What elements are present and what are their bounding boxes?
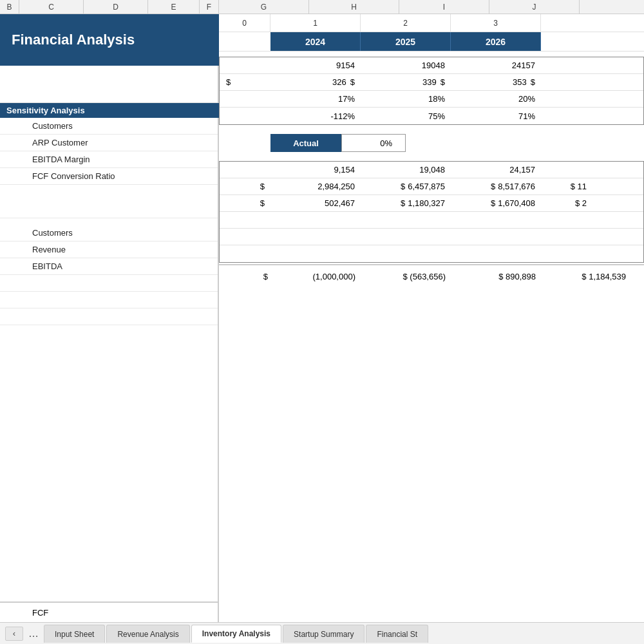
year-num-3: 3 xyxy=(451,14,541,32)
data-revenue-row: $ 2,984,250 $ 6,457,875 $ 8,517,676 xyxy=(220,178,643,195)
fcf-col0-val: (1,000,000) xyxy=(270,272,361,281)
data-customers-2024: 9,154 xyxy=(271,162,361,178)
col-header-i: I xyxy=(399,0,489,14)
tab-startup-summary[interactable]: Startup Summary xyxy=(283,625,365,643)
fcf-2026: $ 1,184,539 xyxy=(541,272,631,281)
data-empty-1 xyxy=(220,212,643,229)
fcf-left-label: FCF xyxy=(0,601,219,622)
tab-more-button[interactable]: … xyxy=(24,627,43,641)
sens-arp-2026: 353 $ xyxy=(451,74,542,90)
right-panel: 0 1 2 3 2024 2025 xyxy=(219,14,644,622)
data-revenue-2026: $ 8,517,676 xyxy=(451,178,542,194)
tab-financial-st[interactable]: Financial St xyxy=(366,625,428,643)
col-header-d: D xyxy=(84,0,148,14)
col-header-b: B xyxy=(0,0,19,14)
year-label-2024: 2024 xyxy=(270,32,361,51)
tab-input-sheet[interactable]: Input Sheet xyxy=(44,625,105,643)
sens-fcf-2025: 75% xyxy=(361,108,451,124)
tab-prev-button[interactable]: ‹ xyxy=(5,627,23,641)
tab-revenue-analysis[interactable]: Revenue Analysis xyxy=(106,625,189,643)
data-empty-2 xyxy=(220,229,643,245)
sens-ebitda-2025: 18% xyxy=(361,91,451,107)
data-ebitda-2025: $ 1,180,327 xyxy=(361,195,451,211)
left-label-fcf-conversion: FCF Conversion Ratio xyxy=(0,168,218,185)
sensitivity-section-header: Sensitivity Analysis xyxy=(0,103,219,118)
sens-ebitda-row: 17% 18% 20% xyxy=(220,91,643,108)
data-ebitda-extra: $ 2 xyxy=(542,195,593,211)
sens-fcf-2024: -112% xyxy=(271,108,361,124)
sens-fcf-2026: 71% xyxy=(451,108,542,124)
data-customers-2025: 19,048 xyxy=(361,162,451,178)
actual-button[interactable]: Actual xyxy=(270,134,341,152)
col-header-j: J xyxy=(489,0,580,14)
tab-inventory-analysis[interactable]: Inventory Analysis xyxy=(191,625,281,643)
left-label-customers-1: Customers xyxy=(0,118,218,135)
title-text: Financial Analysis xyxy=(12,32,135,48)
fcf-extra: $ 1 xyxy=(631,272,644,281)
col-header-f: F xyxy=(200,0,219,14)
data-ebitda-row: $ 502,467 $ 1,180,327 $ 1,670,408 xyxy=(220,195,643,212)
sens-arp-2025: 339 $ xyxy=(361,74,451,90)
data-revenue-2024: 2,984,250 xyxy=(271,178,361,194)
sens-customers-row: 9154 19048 24157 xyxy=(220,57,643,74)
col-header-g: G xyxy=(219,0,309,14)
sens-arp-2024: 326 $ xyxy=(271,74,361,90)
year-num-0: 0 xyxy=(219,14,270,32)
col-header-e: E xyxy=(148,0,200,14)
sens-ebitda-2026: 20% xyxy=(451,91,542,107)
sens-arp-row: $ 326 $ 339 $ 353 $ xyxy=(220,74,643,91)
year-label-2026: 2026 xyxy=(451,32,541,51)
data-customers-row: 9,154 19,048 24,157 xyxy=(220,162,643,178)
fcf-2024: $ (563,656) xyxy=(361,272,451,281)
data-ebitda-2026: $ 1,670,408 xyxy=(451,195,542,211)
fcf-right-row: $ (1,000,000) $ (563,656) $ 890,898 $ 1,… xyxy=(219,264,644,285)
left-label-arp: ARP Customer xyxy=(0,135,218,151)
left-label-ebitda: EBITDA xyxy=(0,258,218,275)
data-section-box: 9,154 19,048 24,157 $ 2,984,250 $ 6,457,… xyxy=(219,161,644,263)
data-empty-3 xyxy=(220,245,643,262)
data-revenue-extra: $ 11 xyxy=(542,178,593,194)
data-customers-2026: 24,157 xyxy=(451,162,542,178)
data-ebitda-2024: 502,467 xyxy=(271,195,361,211)
fcf-2025: $ 890,898 xyxy=(451,272,541,281)
col-header-c: C xyxy=(19,0,84,14)
sensitivity-data-box: 9154 19048 24157 $ 326 $ 339 $ xyxy=(219,57,644,125)
sens-customers-2026: 24157 xyxy=(451,57,542,73)
data-revenue-2025: $ 6,457,875 xyxy=(361,178,451,194)
left-label-revenue: Revenue xyxy=(0,242,218,258)
sens-ebitda-2024: 17% xyxy=(271,91,361,107)
sens-customers-2024: 9154 xyxy=(271,57,361,73)
year-num-1: 1 xyxy=(270,14,361,32)
sens-fcf-row: -112% 75% 71% xyxy=(220,108,643,124)
sens-customers-2025: 19048 xyxy=(361,57,451,73)
tabs-bar: ‹ … Input Sheet Revenue Analysis Invento… xyxy=(0,622,644,644)
year-num-2: 2 xyxy=(361,14,451,32)
actual-value: 0% xyxy=(341,134,406,152)
column-header-row: B C D E F G H I J xyxy=(0,0,644,14)
left-label-ebitda-margin: EBITDA Margin xyxy=(0,151,218,168)
spreadsheet-title: Financial Analysis xyxy=(0,14,219,66)
left-label-customers-2: Customers xyxy=(0,225,218,242)
year-label-2025: 2025 xyxy=(361,32,451,51)
col-header-h: H xyxy=(309,0,399,14)
left-panel: Financial Analysis Sensitivity Analysis … xyxy=(0,14,219,622)
